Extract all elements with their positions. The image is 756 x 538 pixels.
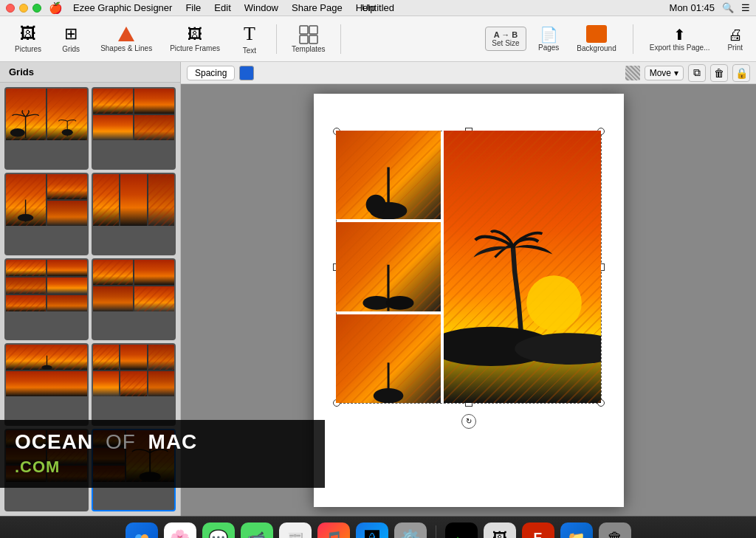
- dock-music[interactable]: 🎵: [317, 523, 350, 539]
- tool-text[interactable]: T Text: [230, 20, 269, 58]
- control-center-icon[interactable]: ☰: [741, 2, 750, 13]
- pictures-label: Pictures: [15, 45, 41, 53]
- picture-frames-label: Picture Frames: [170, 44, 220, 52]
- dock-facetime[interactable]: 📹: [241, 523, 273, 539]
- dock-messages[interactable]: 💬: [202, 523, 235, 539]
- rotate-handle[interactable]: ↻: [461, 414, 476, 429]
- photo-cell-3: [336, 314, 441, 404]
- menu-time: Mon 01:45: [670, 2, 715, 13]
- tool-shapes[interactable]: Shapes & Lines: [93, 22, 159, 55]
- dock: 🌸 💬 📹 📰 🎵 🅰 ⚙️ ›_ 🖼 E 📁 🗑: [0, 516, 756, 538]
- toolbar-separator-1: [276, 24, 277, 54]
- print-button[interactable]: 🖨 Print: [721, 24, 749, 55]
- svg-rect-1: [300, 26, 308, 34]
- maximize-button[interactable]: [32, 4, 41, 13]
- tool-templates[interactable]: Templates: [284, 21, 333, 56]
- export-button[interactable]: ⬆ Export this Page...: [644, 23, 716, 55]
- dock-trash[interactable]: 🗑: [599, 523, 631, 539]
- menu-window[interactable]: Window: [238, 1, 284, 14]
- svg-point-16: [386, 296, 414, 310]
- duplicate-button[interactable]: ⧉: [688, 64, 706, 82]
- svg-point-8: [41, 365, 52, 370]
- export-icon: ⬆: [673, 26, 686, 44]
- chevron-down-icon: ▾: [674, 68, 678, 78]
- dock-appstore[interactable]: 🅰: [356, 523, 388, 539]
- menu-app-name[interactable]: Ezee Graphic Designer: [67, 1, 178, 14]
- shapes-icon: [117, 25, 136, 44]
- checker-pattern: [625, 66, 640, 80]
- photo-cell-2: [336, 222, 441, 311]
- watermark-ocean: OCEAN: [15, 430, 93, 453]
- dock-news[interactable]: 📰: [279, 523, 312, 539]
- dock-preview[interactable]: 🖼: [484, 523, 516, 539]
- templates-label: Templates: [292, 45, 326, 53]
- lock-button[interactable]: 🔒: [732, 64, 750, 82]
- tool-picture-frames[interactable]: 🖼 Picture Frames: [162, 23, 227, 55]
- search-icon[interactable]: 🔍: [722, 2, 734, 13]
- svg-point-7: [18, 214, 34, 221]
- text-label: Text: [243, 46, 256, 55]
- text-icon: T: [244, 23, 255, 45]
- templates-icon: [298, 24, 319, 45]
- apple-icon[interactable]: 🍎: [49, 1, 63, 15]
- svg-point-17: [373, 388, 403, 403]
- canvas-grid-element[interactable]: ↻: [336, 131, 602, 404]
- toolbar: 🖼 Pictures ⊞ Grids Shapes & Lines 🖼 Pict…: [0, 16, 756, 62]
- dock-ezee[interactable]: E: [522, 523, 554, 539]
- grid-thumb-8[interactable]: [92, 343, 176, 426]
- svg-point-11: [365, 194, 385, 214]
- grid-thumb-3[interactable]: [4, 173, 89, 255]
- background-label: Background: [577, 44, 616, 52]
- svg-rect-3: [300, 35, 308, 44]
- watermark-of: OF: [106, 430, 136, 453]
- control-bar-right: Move ▾ ⧉ 🗑 🔒: [625, 64, 750, 82]
- grids-icon: ⊞: [64, 24, 78, 44]
- tool-pictures[interactable]: 🖼 Pictures: [7, 21, 49, 56]
- grid-thumb-2[interactable]: [92, 87, 176, 170]
- background-button[interactable]: Background: [571, 22, 622, 55]
- grid-thumb-7[interactable]: [4, 343, 89, 426]
- menu-share-page[interactable]: Share Page: [286, 1, 348, 14]
- dock-separator: [436, 525, 436, 539]
- shapes-label: Shapes & Lines: [100, 44, 152, 52]
- close-button[interactable]: [6, 4, 15, 13]
- toolbar-separator-3: [633, 24, 633, 54]
- delete-button[interactable]: 🗑: [710, 64, 728, 82]
- export-label: Export this Page...: [650, 44, 710, 52]
- photo-grid: [336, 131, 602, 404]
- move-dropdown[interactable]: Move ▾: [645, 66, 684, 80]
- watermark-mac: MAC: [148, 430, 198, 453]
- traffic-lights: [6, 4, 41, 13]
- grids-label: Grids: [62, 45, 80, 53]
- menu-file[interactable]: File: [179, 1, 207, 14]
- grid-thumb-4[interactable]: [92, 173, 176, 255]
- menubar: 🍎 Ezee Graphic Designer File Edit Window…: [0, 0, 756, 16]
- print-icon: 🖨: [728, 27, 743, 44]
- dock-terminal[interactable]: ›_: [445, 523, 478, 539]
- photo-cell-1: [336, 131, 441, 220]
- pages-button[interactable]: 📄 Pages: [532, 23, 565, 55]
- spacing-button[interactable]: Spacing: [187, 66, 235, 80]
- grid-thumb-5[interactable]: [4, 258, 89, 341]
- svg-rect-2: [309, 26, 317, 34]
- tool-grids[interactable]: ⊞ Grids: [52, 21, 90, 56]
- set-size-button[interactable]: A → B Set Size: [485, 27, 526, 51]
- dock-files[interactable]: 📁: [560, 523, 593, 539]
- watermark: OCEAN OF MAC .COM: [0, 420, 325, 488]
- control-bar: Spacing Move ▾ ⧉ 🗑 🔒: [181, 62, 756, 84]
- grid-thumb-1[interactable]: [4, 87, 89, 170]
- menubar-right: Mon 01:45 🔍 ☰: [670, 2, 750, 13]
- dock-finder[interactable]: [126, 523, 158, 539]
- toolbar-separator-2: [340, 24, 341, 54]
- color-swatch[interactable]: [239, 66, 254, 80]
- dock-settings[interactable]: ⚙️: [394, 523, 427, 539]
- minimize-button[interactable]: [19, 4, 28, 13]
- pages-label: Pages: [538, 44, 559, 52]
- sidebar-title: Grids: [0, 62, 180, 83]
- dock-photos[interactable]: 🌸: [164, 523, 196, 539]
- grid-thumb-6[interactable]: [92, 258, 176, 341]
- svg-marker-0: [118, 27, 134, 41]
- watermark-com: .COM: [15, 458, 60, 476]
- menu-edit[interactable]: Edit: [208, 1, 236, 14]
- svg-point-19: [141, 534, 148, 539]
